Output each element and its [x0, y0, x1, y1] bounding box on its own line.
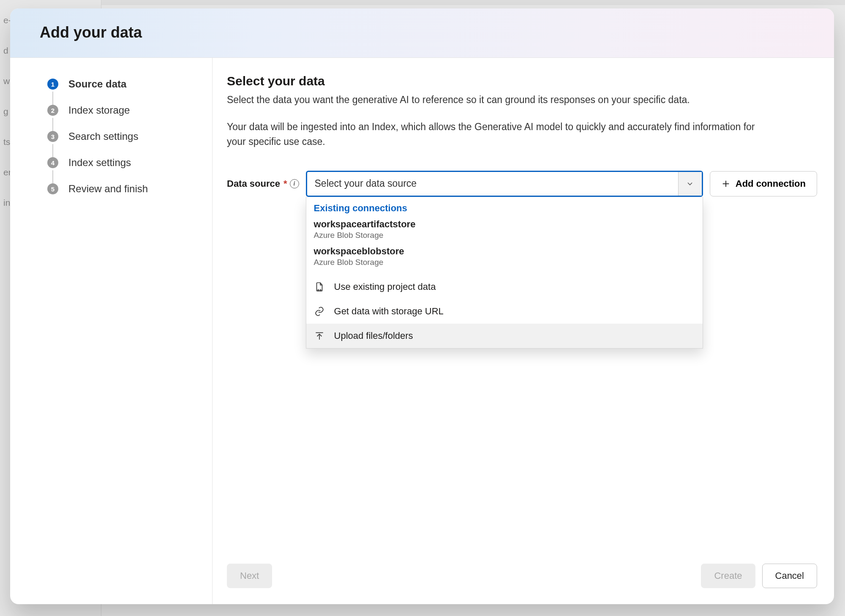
- step-search-settings[interactable]: 3Search settings: [47, 127, 204, 146]
- data-source-label: Data source * i: [227, 178, 299, 189]
- data-source-placeholder: Select your data source: [307, 172, 678, 196]
- data-source-field-row: Data source * i Select your data source …: [227, 171, 817, 197]
- step-number-badge: 4: [47, 157, 58, 168]
- file-data-icon: [314, 281, 325, 292]
- upload-icon: [314, 330, 325, 341]
- add-connection-label: Add connection: [736, 178, 806, 189]
- connection-option-workspaceblobstore[interactable]: workspaceblobstoreAzure Blob Storage: [306, 243, 703, 270]
- create-button[interactable]: Create: [701, 564, 755, 588]
- dialog-body: 1Source data2Index storage3Search settin…: [10, 58, 834, 604]
- dropdown-action-upload-files-folders[interactable]: Upload files/folders: [306, 324, 703, 348]
- dropdown-action-get-data-with-storage-url[interactable]: Get data with storage URL: [306, 299, 703, 324]
- wizard-step-content: Select your data Select the data you wan…: [213, 58, 834, 604]
- step-number-badge: 2: [47, 105, 58, 116]
- connection-name: workspaceartifactstore: [314, 219, 695, 230]
- add-your-data-dialog: Add your data 1Source data2Index storage…: [10, 8, 834, 604]
- dropdown-action-label: Get data with storage URL: [334, 306, 444, 317]
- step-index-settings[interactable]: 4Index settings: [47, 153, 204, 172]
- connection-type: Azure Blob Storage: [314, 231, 695, 240]
- dialog-header: Add your data: [10, 8, 834, 58]
- dropdown-action-label: Use existing project data: [334, 281, 436, 292]
- step-number-badge: 1: [47, 79, 58, 90]
- content-heading: Select your data: [227, 74, 817, 88]
- step-label: Source data: [68, 78, 126, 90]
- step-label: Review and finish: [68, 183, 148, 195]
- background-top-strip: [101, 0, 845, 5]
- step-label: Search settings: [68, 131, 138, 142]
- next-button[interactable]: Next: [227, 564, 272, 588]
- dropdown-action-label: Upload files/folders: [334, 330, 413, 341]
- step-review-and-finish[interactable]: 5Review and finish: [47, 180, 204, 198]
- add-connection-button[interactable]: Add connection: [710, 171, 817, 196]
- step-number-badge: 5: [47, 183, 58, 194]
- content-intro-2: Your data will be ingested into an Index…: [227, 120, 768, 150]
- step-label: Index storage: [68, 104, 130, 116]
- step-number-badge: 3: [47, 131, 58, 142]
- connection-type: Azure Blob Storage: [314, 258, 695, 267]
- dropdown-section-existing-connections: Existing connections: [306, 197, 703, 216]
- data-source-label-text: Data source: [227, 178, 280, 189]
- connection-option-workspaceartifactstore[interactable]: workspaceartifactstoreAzure Blob Storage: [306, 216, 703, 243]
- chevron-down-icon: [678, 172, 702, 196]
- svg-point-1: [320, 290, 321, 291]
- link-icon: [314, 306, 325, 317]
- content-intro-1: Select the data you want the generative …: [227, 93, 768, 108]
- connection-name: workspaceblobstore: [314, 246, 695, 257]
- data-source-combobox-wrap: Select your data source Existing connect…: [306, 171, 703, 197]
- data-source-dropdown: Existing connections workspaceartifactst…: [306, 197, 703, 349]
- dropdown-action-use-existing-project-data[interactable]: Use existing project data: [306, 275, 703, 299]
- wizard-footer: Next Create Cancel: [227, 553, 817, 596]
- svg-point-0: [317, 290, 319, 291]
- cancel-button[interactable]: Cancel: [762, 564, 817, 588]
- wizard-steps-nav: 1Source data2Index storage3Search settin…: [10, 58, 213, 604]
- step-source-data[interactable]: 1Source data: [47, 75, 204, 93]
- info-icon[interactable]: i: [290, 179, 299, 188]
- required-indicator: *: [283, 178, 287, 189]
- step-label: Index settings: [68, 157, 131, 169]
- step-index-storage[interactable]: 2Index storage: [47, 101, 204, 120]
- data-source-combobox[interactable]: Select your data source: [306, 171, 703, 197]
- dialog-title: Add your data: [40, 24, 815, 41]
